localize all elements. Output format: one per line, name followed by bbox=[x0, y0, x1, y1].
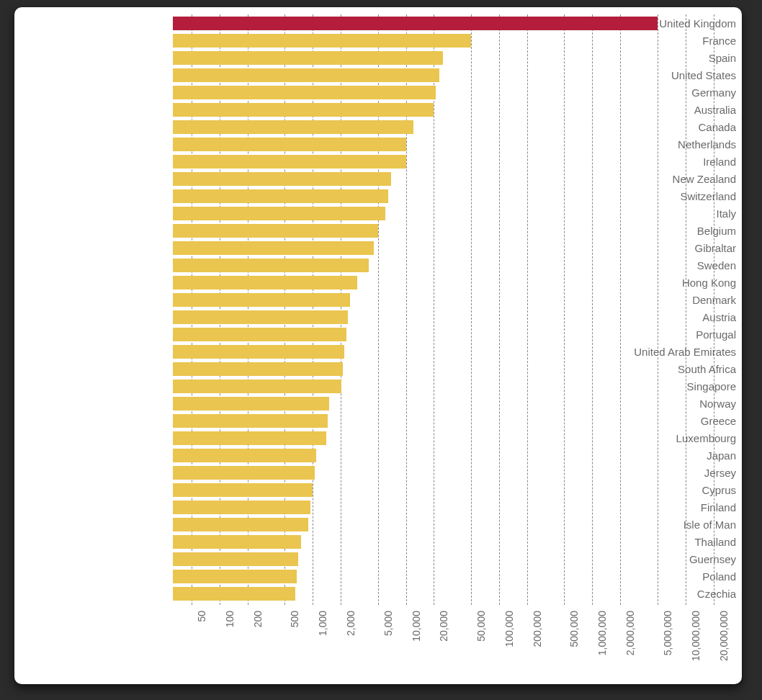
bar bbox=[173, 276, 357, 290]
x-gridline bbox=[471, 14, 472, 605]
bar bbox=[173, 86, 436, 99]
x-tick-label: 20,000,000 bbox=[718, 611, 730, 684]
y-category-label: United States bbox=[585, 70, 736, 81]
y-category-label: Luxembourg bbox=[585, 433, 736, 444]
y-category-label: Italy bbox=[585, 208, 736, 219]
x-tick-label: 200,000 bbox=[532, 611, 543, 684]
x-gridline bbox=[592, 14, 593, 605]
x-tick-label: 50,000 bbox=[475, 611, 487, 684]
x-gridline bbox=[620, 14, 621, 605]
bar bbox=[173, 483, 313, 497]
y-category-label: Sweden bbox=[585, 260, 736, 271]
bar bbox=[173, 587, 295, 601]
y-category-label: Finland bbox=[585, 502, 736, 513]
bar bbox=[173, 120, 413, 134]
x-gridline bbox=[686, 14, 686, 605]
x-tick-label: 200 bbox=[252, 611, 264, 684]
x-tick-label: 1,000,000 bbox=[596, 611, 608, 684]
bar bbox=[173, 328, 346, 341]
x-tick-label: 100 bbox=[224, 611, 236, 684]
bar bbox=[173, 34, 471, 48]
x-tick-label: 20,000 bbox=[438, 611, 449, 684]
y-category-label: New Zealand bbox=[585, 174, 736, 184]
y-category-label: Germany bbox=[585, 87, 736, 98]
bar bbox=[173, 103, 434, 117]
bar bbox=[173, 224, 378, 238]
x-gridline bbox=[658, 14, 658, 605]
bar bbox=[173, 68, 439, 82]
y-category-label: Norway bbox=[585, 398, 736, 409]
bar bbox=[173, 397, 329, 410]
bar bbox=[173, 155, 406, 169]
bar bbox=[173, 362, 343, 376]
bar bbox=[173, 293, 350, 307]
bar bbox=[173, 466, 315, 480]
x-gridline bbox=[527, 14, 528, 605]
y-category-label: Czechia bbox=[585, 588, 736, 599]
y-category-label: Singapore bbox=[585, 381, 736, 392]
chart-plot: 501002005001,0002,0005,00010,00020,00050… bbox=[14, 14, 742, 684]
x-tick-label: 5,000,000 bbox=[662, 611, 673, 684]
y-category-label: Belgium bbox=[585, 225, 736, 236]
x-tick-label: 1,000 bbox=[317, 611, 328, 684]
y-category-label: South Africa bbox=[585, 364, 736, 374]
bar bbox=[173, 51, 443, 65]
y-category-label: United Arab Emirates bbox=[585, 346, 736, 357]
bar bbox=[173, 518, 308, 531]
x-gridline bbox=[434, 14, 434, 605]
x-tick-label: 500 bbox=[289, 611, 300, 684]
bar bbox=[173, 414, 328, 428]
y-category-label: Thailand bbox=[585, 537, 736, 547]
bar bbox=[173, 17, 658, 30]
bar bbox=[173, 345, 344, 359]
bar bbox=[173, 570, 297, 583]
y-category-label: Spain bbox=[585, 53, 736, 63]
x-gridline bbox=[714, 14, 714, 605]
y-category-label: Guernsey bbox=[585, 554, 736, 565]
bar bbox=[173, 207, 385, 220]
y-category-label: Denmark bbox=[585, 295, 736, 305]
x-tick-label: 10,000,000 bbox=[690, 611, 702, 684]
bar bbox=[173, 535, 301, 549]
y-category-label: Austria bbox=[585, 312, 736, 323]
x-tick-label: 10,000 bbox=[411, 611, 422, 684]
x-tick-label: 2,000 bbox=[345, 611, 357, 684]
y-category-label: Cyprus bbox=[585, 485, 736, 495]
y-category-label: Isle of Man bbox=[585, 519, 736, 530]
bar bbox=[173, 138, 406, 151]
x-tick-label: 2,000,000 bbox=[624, 611, 636, 684]
bar bbox=[173, 431, 326, 445]
x-tick-label: 100,000 bbox=[503, 611, 515, 684]
y-category-label: France bbox=[585, 35, 736, 46]
chart-card: 501002005001,0002,0005,00010,00020,00050… bbox=[14, 7, 742, 684]
bar bbox=[173, 380, 341, 393]
bar bbox=[173, 259, 369, 272]
y-category-label: Hong Kong bbox=[585, 277, 736, 288]
y-category-label: Ireland bbox=[585, 156, 736, 167]
y-category-label: Poland bbox=[585, 571, 736, 582]
x-tick-label: 5,000 bbox=[382, 611, 394, 684]
y-category-label: Jersey bbox=[585, 467, 736, 478]
y-category-label: Portugal bbox=[585, 329, 736, 340]
y-category-label: Switzerland bbox=[585, 191, 736, 202]
bar bbox=[173, 449, 316, 462]
y-category-label: Netherlands bbox=[585, 139, 736, 150]
x-tick-label: 500,000 bbox=[568, 611, 580, 684]
bar bbox=[173, 501, 310, 514]
x-tick-label: 50 bbox=[196, 611, 207, 684]
y-category-label: Japan bbox=[585, 450, 736, 461]
y-category-label: Gibraltar bbox=[585, 243, 736, 253]
y-category-label: Canada bbox=[585, 122, 736, 133]
x-gridline bbox=[564, 14, 565, 605]
bar bbox=[173, 241, 374, 255]
bar bbox=[173, 189, 388, 203]
y-category-label: Greece bbox=[585, 416, 736, 426]
bar bbox=[173, 552, 298, 566]
bar bbox=[173, 310, 348, 324]
bar bbox=[173, 172, 391, 186]
y-category-label: Australia bbox=[585, 104, 736, 115]
x-gridline bbox=[499, 14, 500, 605]
